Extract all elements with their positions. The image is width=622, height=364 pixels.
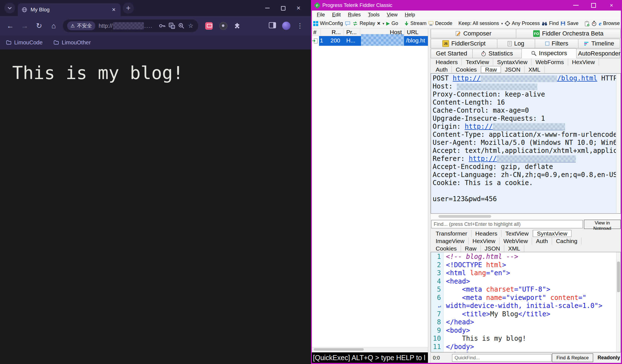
home-button[interactable]: ⌂ [48, 21, 59, 31]
maximize-button[interactable] [280, 6, 285, 11]
raw-request-view[interactable]: POST http:///blog.html HTTP/1.1Host: Pro… [431, 73, 621, 214]
zoom-ic[interactable] [178, 23, 184, 29]
minimize-button[interactable] [265, 6, 270, 11]
request-tab-json[interactable]: JSON [501, 66, 525, 73]
bookmark-folder-limoucode[interactable]: LimouCode [6, 39, 42, 46]
go-button[interactable]: ▶ Go [386, 21, 398, 26]
browser-menu-icon[interactable]: ⋮ [297, 22, 303, 30]
tab-inspectors[interactable]: Inspectors [521, 48, 577, 58]
request-tab-raw[interactable]: Raw [481, 66, 501, 73]
request-tab-syntaxview[interactable]: SyntaxView [493, 59, 531, 65]
comment-bubble-button[interactable] [345, 21, 350, 26]
tab-search-button[interactable] [4, 3, 15, 13]
stream-button[interactable]: Stream [404, 21, 427, 26]
syntax-view[interactable]: 1<!-- blog.html -->2<!DOCTYPE html>3<htm… [431, 252, 621, 352]
menu-view[interactable]: View [383, 11, 401, 19]
extensions-puzzle-icon[interactable] [233, 21, 242, 30]
column-result[interactable]: R... [321, 28, 344, 36]
raw-request-vscrollbar[interactable] [616, 74, 621, 213]
tab-log[interactable]: Log [497, 39, 535, 48]
session-list-hscrollbar[interactable] [311, 347, 428, 352]
request-tab-xml[interactable]: XML [525, 66, 545, 73]
bookmark-folder-limouother[interactable]: LimouOther [54, 39, 91, 46]
response-tab-headers[interactable]: Headers [471, 230, 501, 237]
translate-icon[interactable]: GA [169, 23, 175, 29]
response-tab-textview[interactable]: TextView [501, 230, 533, 237]
timer-button[interactable] [591, 21, 597, 26]
tab-fiddler-orchestra[interactable]: FO Fiddler Orchestra Beta [516, 29, 621, 38]
decode-button[interactable]: Decode [428, 21, 452, 26]
scrollbar-thumb[interactable] [314, 348, 364, 351]
request-tab-auth[interactable]: Auth [432, 66, 452, 73]
response-tab-imageview[interactable]: ImageView [432, 237, 469, 244]
clipboard-button[interactable] [585, 21, 590, 26]
view-in-notepad-button[interactable]: View in Notepad [584, 220, 621, 229]
response-tab-json[interactable]: JSON [481, 245, 504, 252]
tab-autoresponder[interactable]: AutoResponder [576, 49, 620, 58]
request-tab-hexview[interactable]: HexView [568, 59, 599, 65]
fiddler-title-bar[interactable]: F Progress Telerik Fiddler Classic × [311, 0, 622, 11]
new-tab-button[interactable]: + [123, 2, 134, 14]
response-tab-auth[interactable]: Auth [532, 237, 552, 244]
profile-avatar[interactable] [282, 22, 290, 30]
raw-request-hscrollbar[interactable] [431, 214, 621, 219]
remove-sessions-button[interactable]: × ▾ [377, 20, 384, 27]
session-row[interactable]: 1 200 H... /blog.ht [311, 36, 428, 46]
pane-splitter[interactable] [428, 28, 431, 363]
menu-edit[interactable]: Edit [328, 11, 344, 19]
tab-filters[interactable]: Filters [535, 39, 579, 48]
code-vscrollbar[interactable] [616, 252, 621, 352]
scrollbar-thumb[interactable] [438, 215, 491, 218]
tab-statistics[interactable]: Statistics [472, 49, 522, 58]
forward-button[interactable]: → [19, 21, 30, 31]
request-tab-headers[interactable]: Headers [432, 59, 462, 65]
find-button[interactable]: Find [542, 21, 559, 26]
maximize-button[interactable] [591, 2, 596, 8]
tab-timeline[interactable]: Timeline [578, 39, 620, 48]
response-tab-webview[interactable]: WebView [500, 237, 532, 244]
menu-help[interactable]: Help [401, 11, 419, 19]
response-tab-transformer[interactable]: Transformer [432, 230, 471, 237]
quickfind-input[interactable] [452, 354, 551, 362]
find-input[interactable] [431, 220, 583, 228]
column-protocol[interactable]: Pr... [344, 28, 360, 36]
any-process-button[interactable]: Any Process [505, 21, 540, 26]
request-tab-webforms[interactable]: WebForms [531, 59, 568, 65]
tab-get-started[interactable]: Get Started [431, 49, 473, 58]
replay-button[interactable]: Replay [352, 21, 375, 26]
menu-file[interactable]: File [313, 11, 328, 19]
side-panel-icon[interactable] [269, 22, 276, 29]
minimize-button[interactable] [573, 2, 579, 8]
address-bar[interactable]: ⚠ 不安全 http:// .... GA ☆ [63, 19, 198, 32]
save-button[interactable]: Save [561, 21, 578, 26]
close-button[interactable]: × [609, 2, 614, 8]
scrollbar-thumb[interactable] [617, 262, 620, 292]
column-url[interactable]: URL [405, 28, 428, 36]
security-chip[interactable]: ⚠ 不安全 [67, 21, 95, 30]
browse-button[interactable]: e Browse ▾ [599, 20, 622, 27]
response-tab-syntaxview[interactable]: SyntaxView [533, 230, 571, 237]
menu-tools[interactable]: Tools [364, 11, 383, 19]
menu-rules[interactable]: Rules [344, 11, 364, 19]
extension-dark-icon[interactable] [219, 21, 228, 30]
response-tab-xml[interactable]: XML [504, 245, 524, 252]
winconfig-button[interactable]: WinConfig [313, 21, 343, 26]
extension-pink-icon[interactable] [204, 21, 213, 30]
close-button[interactable]: × [296, 6, 301, 11]
reload-button[interactable]: ↻ [34, 21, 44, 31]
password-key-icon[interactable] [159, 24, 165, 28]
request-tab-textview[interactable]: TextView [462, 59, 493, 65]
back-button[interactable]: ← [5, 21, 16, 31]
column-num[interactable]: # [311, 28, 321, 36]
response-tab-hexview[interactable]: HexView [469, 237, 500, 244]
response-tab-raw[interactable]: Raw [461, 245, 481, 252]
response-tab-cookies[interactable]: Cookies [432, 245, 461, 252]
keep-sessions-dropdown[interactable]: Keep: All sessions ▾ [458, 21, 503, 26]
tab-fiddlerscript[interactable]: JS FiddlerScript [431, 39, 497, 48]
browser-tab[interactable]: My Blog × [18, 3, 121, 16]
find-replace-button[interactable]: Find & Replace [552, 353, 593, 362]
quickexec-box[interactable]: [QuickExec] ALT+Q > type HELP to l [311, 352, 428, 363]
tab-close-icon[interactable]: × [111, 7, 117, 13]
bookmark-star-icon[interactable]: ☆ [188, 22, 194, 29]
request-tab-cookies[interactable]: Cookies [452, 66, 481, 73]
